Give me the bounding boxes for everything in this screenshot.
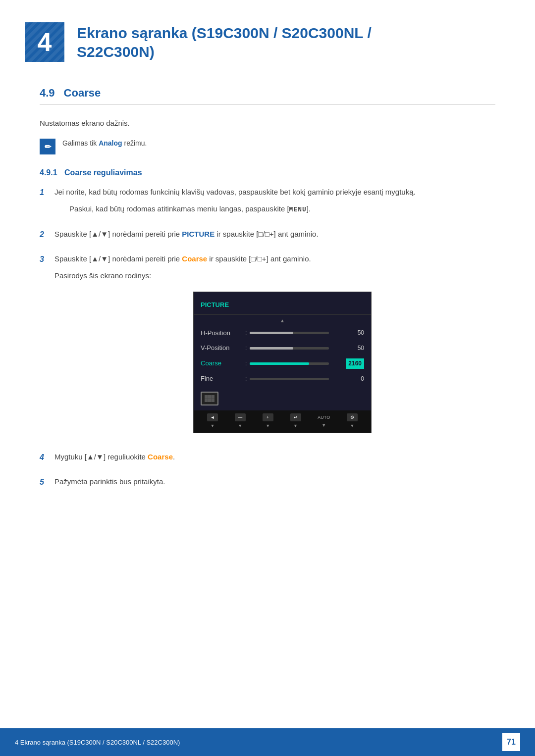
subsection-title: Coarse reguliavimas [64, 168, 142, 177]
osd-value-hposition: 50 [349, 328, 364, 338]
osd-title: PICTURE [194, 298, 371, 315]
note-suffix: režimu. [122, 139, 147, 147]
steps-list: 1 Jei norite, kad būtų rodomas funkcinių… [40, 186, 495, 493]
osd-bottom-bar: ◄ ▼ — ▼ + ▼ ↵ [194, 410, 371, 432]
chapter-number: 4 [38, 27, 52, 57]
osd-bar-fill [250, 362, 309, 365]
note-icon-symbol: ✏ [45, 142, 51, 151]
step-number: 5 [40, 476, 54, 489]
osd-btn-icon-plus: + [263, 413, 273, 421]
step-content: Pažymėta parinktis bus pritaikyta. [54, 476, 495, 493]
step-3-main: Spauskite [▲/▼] norėdami pereiti prie Co… [54, 253, 495, 265]
step-number: 1 [40, 186, 54, 199]
osd-bar-bg [250, 347, 329, 350]
list-item: 1 Jei norite, kad būtų rodomas funkcinių… [40, 186, 495, 220]
page-footer: 4 Ekrano sąranka (S19C300N / S20C300NL /… [0, 728, 535, 756]
step-3-sub: Pasirodys šis ekrano rodinys: [54, 270, 495, 282]
section-number: 4.9 [40, 87, 55, 100]
osd-menu: PICTURE ▲ H-Position : [193, 292, 372, 433]
coarse-label: Coarse [182, 254, 207, 263]
osd-label-fine: Fine [201, 374, 245, 384]
list-item: 4 Mygtuku [▲/▼] reguliuokite Coarse. [40, 451, 495, 468]
footer-page-number: 71 [502, 733, 520, 751]
osd-value-fine: 0 [349, 374, 364, 384]
osd-btn-left: ◄ ▼ [207, 413, 218, 429]
osd-label-vposition: V-Position [201, 343, 245, 353]
osd-row-vposition: V-Position : 50 [194, 341, 371, 356]
body-text: Nustatomas ekrano dažnis. [40, 117, 495, 129]
osd-btn-icon-enter: ↵ [290, 413, 301, 421]
chapter-title: Ekrano sąranka (S19C300N / S20C300NL / S… [77, 20, 372, 61]
osd-bar-bg [250, 332, 329, 334]
osd-bar-fill [250, 347, 293, 350]
osd-bar-area-vposition [250, 347, 349, 350]
osd-tv-icon [201, 392, 218, 405]
step-content: Jei norite, kad būtų rodomas funkcinių k… [54, 186, 495, 220]
note-icon: ✏ [40, 139, 55, 154]
osd-container: PICTURE ▲ H-Position : [69, 292, 495, 433]
step-number: 2 [40, 228, 54, 241]
list-item: 2 Spauskite [▲/▼] norėdami pereiti prie … [40, 228, 495, 245]
step-content: Spauskite [▲/▼] norėdami pereiti prie PI… [54, 228, 495, 245]
osd-row-fine: Fine : 0 [194, 371, 371, 387]
osd-btn-arrow: ▼ [238, 422, 242, 429]
note-highlight: Analog [99, 139, 122, 147]
osd-btn-arrow: ▼ [350, 422, 355, 429]
osd-row-hposition: H-Position : 50 [194, 326, 371, 341]
step-4-main: Mygtuku [▲/▼] reguliuokite Coarse. [54, 451, 495, 463]
osd-btn-label-auto: AUTO [318, 414, 330, 421]
step-number: 4 [40, 451, 54, 464]
step-1-sub: Paskui, kad būtų rodomas atitinkamas men… [69, 203, 495, 215]
osd-btn-enter: ↵ ▼ [290, 413, 301, 429]
picture-label: PICTURE [182, 230, 214, 238]
osd-btn-minus: — ▼ [235, 413, 246, 429]
page-header: 4 Ekrano sąranka (S19C300N / S20C300NL /… [0, 0, 535, 77]
osd-btn-plus: + ▼ [263, 413, 273, 429]
osd-btn-auto: AUTO ▼ [318, 414, 330, 429]
osd-btn-arrow: ▼ [293, 422, 298, 429]
osd-btn-icon-left: ◄ [207, 413, 218, 421]
osd-bar-bg [250, 362, 329, 365]
osd-value-coarse: 2160 [346, 358, 364, 369]
step-1-main: Jei norite, kad būtų rodomas funkcinių k… [54, 186, 495, 198]
section-title: Coarse [64, 87, 101, 100]
coarse-label-2: Coarse [148, 453, 173, 461]
osd-bar-bg [250, 378, 329, 380]
osd-tv-screen [205, 395, 214, 402]
step-2-main: Spauskite [▲/▼] norėdami pereiti prie PI… [54, 228, 495, 240]
osd-btn-arrow: ▼ [266, 422, 270, 429]
list-item: 5 Pažymėta parinktis bus pritaikyta. [40, 476, 495, 493]
step-content: Spauskite [▲/▼] norėdami pereiti prie Co… [54, 253, 495, 443]
chapter-title-text: Ekrano sąranka (S19C300N / S20C300NL / S… [77, 25, 372, 60]
main-content: 4.9 Coarse Nustatomas ekrano dažnis. ✏ G… [0, 77, 535, 540]
osd-bar-area-hposition [250, 332, 349, 334]
osd-label-coarse: Coarse [201, 358, 245, 369]
footer-text: 4 Ekrano sąranka (S19C300N / S20C300NL /… [15, 739, 180, 746]
osd-btn-arrow: ▼ [210, 422, 214, 429]
osd-btn-settings: ⚙ ▼ [347, 413, 358, 429]
osd-btn-arrow: ▼ [321, 422, 326, 429]
menu-key: MENU [289, 206, 307, 213]
step-5-main: Pažymėta parinktis bus pritaikyta. [54, 476, 495, 488]
list-item: 3 Spauskite [▲/▼] norėdami pereiti prie … [40, 253, 495, 443]
osd-bar-fill [250, 332, 293, 334]
note-box: ✏ Galimas tik Analog režimu. [40, 138, 495, 154]
section-heading: 4.9 Coarse [40, 87, 495, 105]
osd-btn-icon-minus: — [235, 413, 246, 421]
osd-btn-icon-settings: ⚙ [347, 413, 358, 421]
subsection-heading: 4.9.1 Coarse reguliavimas [40, 168, 495, 177]
osd-row-coarse: Coarse : 2160 [194, 356, 371, 371]
step-number: 3 [40, 253, 54, 266]
osd-tv-row [194, 387, 371, 408]
step-content: Mygtuku [▲/▼] reguliuokite Coarse. [54, 451, 495, 468]
osd-value-vposition: 50 [349, 344, 364, 353]
osd-bar-area-fine [250, 378, 349, 380]
osd-scroll-up: ▲ [194, 317, 371, 325]
note-text: Galimas tik Analog režimu. [62, 138, 147, 149]
osd-bar-area-coarse [250, 362, 346, 365]
osd-label-hposition: H-Position [201, 328, 245, 339]
note-prefix: Galimas tik [62, 139, 99, 147]
chapter-number-box: 4 [25, 22, 64, 62]
subsection-number: 4.9.1 [40, 168, 57, 177]
